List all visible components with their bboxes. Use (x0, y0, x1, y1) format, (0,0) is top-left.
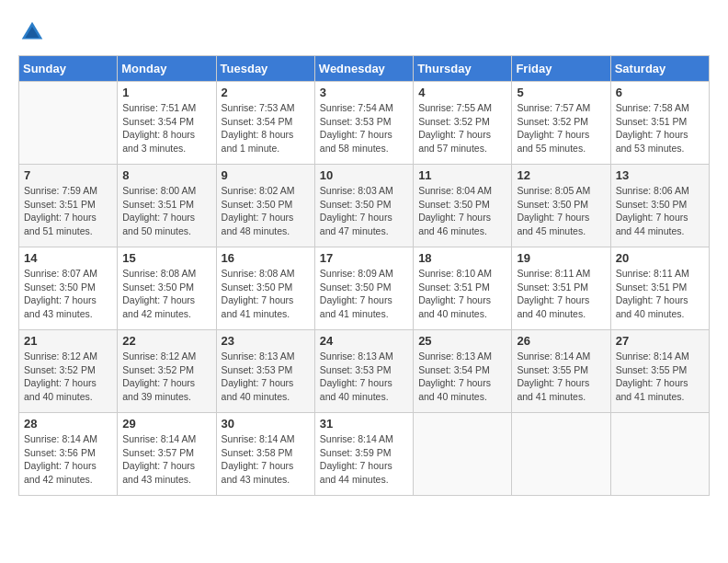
day-info: Sunrise: 8:14 AMSunset: 3:59 PMDaylight:… (320, 432, 408, 487)
calendar-cell: 30Sunrise: 8:14 AMSunset: 3:58 PMDayligh… (216, 413, 314, 496)
day-info: Sunrise: 8:14 AMSunset: 3:55 PMDaylight:… (616, 350, 704, 404)
day-number: 30 (222, 417, 310, 431)
daylight-text: Daylight: 7 hours and 40 minutes. (24, 376, 112, 403)
day-info: Sunrise: 8:11 AMSunset: 3:51 PMDaylight:… (517, 267, 605, 321)
daylight-text: Daylight: 8 hours and 1 minute. (222, 128, 310, 155)
calendar-cell: 6Sunrise: 7:58 AMSunset: 3:51 PMDaylight… (610, 82, 709, 165)
daylight-text: Daylight: 7 hours and 40 minutes. (418, 376, 506, 403)
day-info: Sunrise: 8:13 AMSunset: 3:53 PMDaylight:… (222, 350, 310, 404)
day-number: 31 (320, 417, 408, 431)
calendar-week-row: 21Sunrise: 8:12 AMSunset: 3:52 PMDayligh… (19, 330, 710, 413)
calendar-cell: 31Sunrise: 8:14 AMSunset: 3:59 PMDayligh… (314, 413, 413, 496)
daylight-text: Daylight: 7 hours and 39 minutes. (122, 376, 210, 403)
day-number: 6 (616, 86, 704, 99)
day-info: Sunrise: 8:12 AMSunset: 3:52 PMDaylight:… (122, 350, 210, 404)
day-info: Sunrise: 7:51 AMSunset: 3:54 PMDaylight:… (122, 101, 210, 155)
column-header-saturday: Saturday (610, 56, 709, 82)
sunrise-text: Sunrise: 7:51 AM (122, 101, 210, 115)
sunset-text: Sunset: 3:54 PM (122, 115, 210, 129)
calendar-cell: 20Sunrise: 8:11 AMSunset: 3:51 PMDayligh… (610, 247, 709, 330)
calendar-cell: 17Sunrise: 8:09 AMSunset: 3:50 PMDayligh… (314, 247, 413, 330)
calendar-cell: 18Sunrise: 8:10 AMSunset: 3:51 PMDayligh… (414, 247, 512, 330)
day-info: Sunrise: 8:00 AMSunset: 3:51 PMDaylight:… (122, 184, 210, 238)
calendar-cell: 14Sunrise: 8:07 AMSunset: 3:50 PMDayligh… (19, 247, 118, 330)
calendar-cell: 7Sunrise: 7:59 AMSunset: 3:51 PMDaylight… (19, 165, 118, 247)
calendar-cell: 21Sunrise: 8:12 AMSunset: 3:52 PMDayligh… (19, 330, 118, 413)
day-info: Sunrise: 7:55 AMSunset: 3:52 PMDaylight:… (418, 101, 506, 155)
calendar-cell (512, 413, 610, 496)
sunset-text: Sunset: 3:57 PM (122, 446, 210, 460)
sunrise-text: Sunrise: 7:59 AM (24, 184, 112, 198)
sunrise-text: Sunrise: 8:10 AM (418, 267, 506, 281)
sunset-text: Sunset: 3:51 PM (616, 281, 704, 294)
sunset-text: Sunset: 3:54 PM (222, 115, 310, 129)
calendar-cell: 2Sunrise: 7:53 AMSunset: 3:54 PMDaylight… (216, 82, 314, 165)
daylight-text: Daylight: 7 hours and 51 minutes. (24, 211, 112, 237)
calendar-cell (414, 413, 512, 496)
day-number: 27 (616, 334, 704, 348)
daylight-text: Daylight: 7 hours and 40 minutes. (517, 293, 605, 320)
day-info: Sunrise: 8:07 AMSunset: 3:50 PMDaylight:… (24, 267, 112, 321)
daylight-text: Daylight: 7 hours and 40 minutes. (320, 376, 408, 403)
daylight-text: Daylight: 7 hours and 50 minutes. (122, 211, 210, 237)
day-info: Sunrise: 8:02 AMSunset: 3:50 PMDaylight:… (222, 184, 310, 238)
sunset-text: Sunset: 3:52 PM (122, 363, 210, 377)
sunrise-text: Sunrise: 8:14 AM (517, 350, 605, 363)
day-number: 9 (222, 168, 310, 182)
daylight-text: Daylight: 7 hours and 43 minutes. (222, 459, 310, 486)
daylight-text: Daylight: 7 hours and 40 minutes. (222, 376, 310, 403)
sunrise-text: Sunrise: 8:13 AM (418, 350, 506, 363)
sunset-text: Sunset: 3:53 PM (320, 363, 408, 377)
sunset-text: Sunset: 3:50 PM (222, 281, 310, 294)
calendar-week-row: 1Sunrise: 7:51 AMSunset: 3:54 PMDaylight… (19, 82, 710, 165)
sunrise-text: Sunrise: 8:00 AM (122, 184, 210, 198)
sunset-text: Sunset: 3:50 PM (122, 281, 210, 294)
daylight-text: Daylight: 7 hours and 40 minutes. (418, 293, 506, 320)
calendar-cell: 25Sunrise: 8:13 AMSunset: 3:54 PMDayligh… (414, 330, 512, 413)
sunset-text: Sunset: 3:50 PM (24, 281, 112, 294)
sunset-text: Sunset: 3:52 PM (517, 115, 605, 129)
day-info: Sunrise: 8:14 AMSunset: 3:57 PMDaylight:… (122, 432, 210, 487)
sunrise-text: Sunrise: 8:04 AM (418, 184, 506, 198)
day-number: 15 (122, 251, 210, 265)
daylight-text: Daylight: 7 hours and 46 minutes. (418, 211, 506, 237)
sunrise-text: Sunrise: 8:06 AM (616, 184, 704, 198)
calendar-cell: 4Sunrise: 7:55 AMSunset: 3:52 PMDaylight… (414, 82, 512, 165)
daylight-text: Daylight: 7 hours and 40 minutes. (616, 293, 704, 320)
column-header-wednesday: Wednesday (314, 56, 413, 82)
calendar-cell: 12Sunrise: 8:05 AMSunset: 3:50 PMDayligh… (512, 165, 610, 247)
day-number: 22 (122, 334, 210, 348)
daylight-text: Daylight: 7 hours and 44 minutes. (616, 211, 704, 237)
day-number: 7 (24, 168, 112, 182)
day-number: 25 (418, 334, 506, 348)
day-number: 21 (24, 334, 112, 348)
calendar-cell: 16Sunrise: 8:08 AMSunset: 3:50 PMDayligh… (216, 247, 314, 330)
sunrise-text: Sunrise: 8:14 AM (122, 432, 210, 446)
day-info: Sunrise: 7:58 AMSunset: 3:51 PMDaylight:… (616, 101, 704, 155)
daylight-text: Daylight: 7 hours and 41 minutes. (320, 293, 408, 320)
sunrise-text: Sunrise: 8:14 AM (320, 432, 408, 446)
sunrise-text: Sunrise: 7:57 AM (517, 101, 605, 115)
day-info: Sunrise: 8:14 AMSunset: 3:58 PMDaylight:… (222, 432, 310, 487)
calendar-cell: 27Sunrise: 8:14 AMSunset: 3:55 PMDayligh… (610, 330, 709, 413)
day-number: 17 (320, 251, 408, 265)
day-number: 8 (122, 168, 210, 182)
logo-icon (18, 18, 46, 46)
day-info: Sunrise: 8:06 AMSunset: 3:50 PMDaylight:… (616, 184, 704, 238)
daylight-text: Daylight: 7 hours and 47 minutes. (320, 211, 408, 237)
sunset-text: Sunset: 3:50 PM (616, 198, 704, 212)
daylight-text: Daylight: 7 hours and 42 minutes. (122, 293, 210, 320)
sunset-text: Sunset: 3:52 PM (24, 363, 112, 377)
calendar-cell: 8Sunrise: 8:00 AMSunset: 3:51 PMDaylight… (118, 165, 216, 247)
sunrise-text: Sunrise: 8:08 AM (222, 267, 310, 281)
day-number: 2 (222, 86, 310, 99)
sunrise-text: Sunrise: 8:14 AM (24, 432, 112, 446)
sunset-text: Sunset: 3:51 PM (418, 281, 506, 294)
calendar-cell: 29Sunrise: 8:14 AMSunset: 3:57 PMDayligh… (118, 413, 216, 496)
daylight-text: Daylight: 7 hours and 42 minutes. (24, 459, 112, 486)
sunset-text: Sunset: 3:59 PM (320, 446, 408, 460)
calendar-cell: 9Sunrise: 8:02 AMSunset: 3:50 PMDaylight… (216, 165, 314, 247)
calendar-cell (610, 413, 709, 496)
sunrise-text: Sunrise: 8:11 AM (517, 267, 605, 281)
sunrise-text: Sunrise: 7:55 AM (418, 101, 506, 115)
